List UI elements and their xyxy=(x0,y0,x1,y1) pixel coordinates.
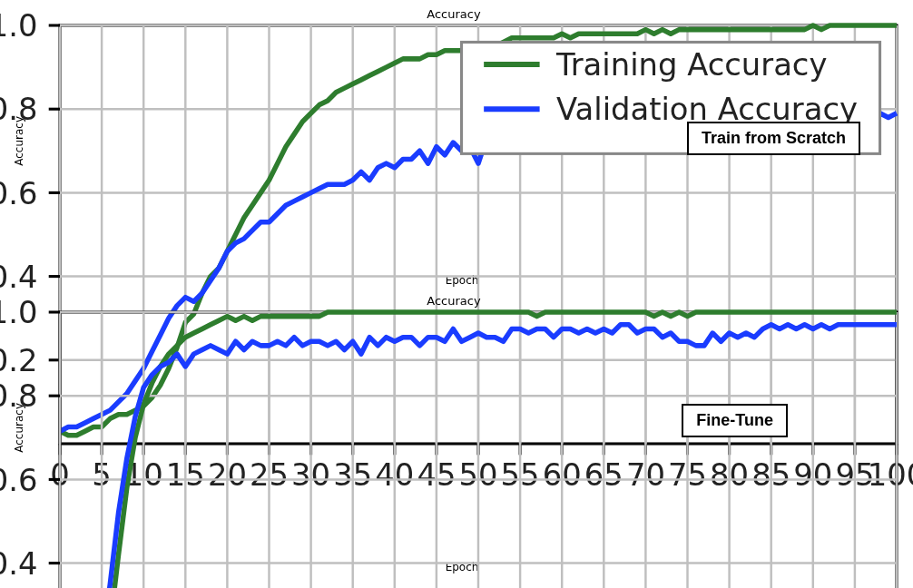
y-tick-label: 0.6 xyxy=(0,176,37,211)
y-tick-label: 1.0 xyxy=(0,295,37,330)
legend-label: Training Accuracy xyxy=(555,47,827,83)
annotation-fine-tune: Fine-Tune xyxy=(682,404,788,437)
chart-train-from-scratch: Accuracy Accuracy 0510152025303540455055… xyxy=(11,7,897,294)
y-tick-label: 0.4 xyxy=(0,546,37,582)
line-chart-svg: 0510152025303540455055606570758085909510… xyxy=(60,312,897,588)
y-tick-label: 0.8 xyxy=(0,92,37,127)
page: Accuracy Accuracy 0510152025303540455055… xyxy=(0,0,913,588)
chart-fine-tune: Accuracy Accuracy 0510152025303540455055… xyxy=(11,294,897,581)
y-tick-label: 0.6 xyxy=(0,463,37,498)
plot-area: 0510152025303540455055606570758085909510… xyxy=(27,299,897,573)
annotation-train-from-scratch: Train from Scratch xyxy=(687,122,860,155)
y-tick-label: 0.8 xyxy=(0,378,37,414)
plot-area: 0510152025303540455055606570758085909510… xyxy=(27,13,897,287)
y-tick-label: 0.4 xyxy=(0,260,37,295)
y-tick-label: 1.0 xyxy=(0,8,37,44)
